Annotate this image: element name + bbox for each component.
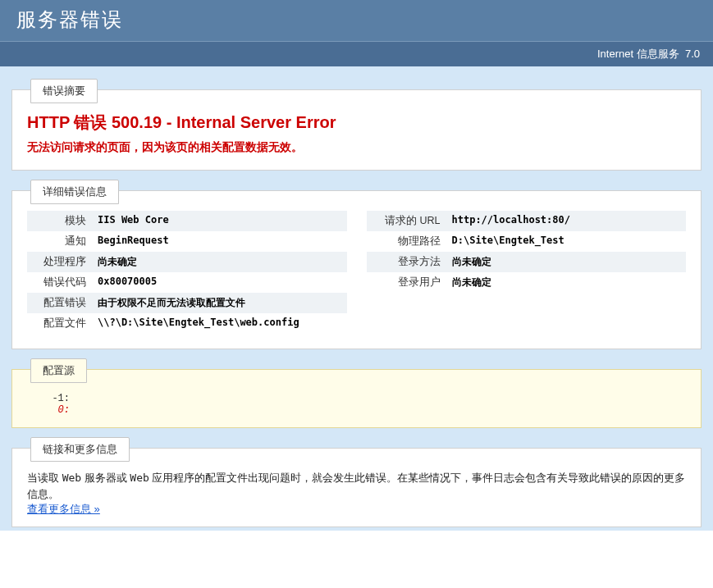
links-text: 当读取 Web 服务器或 Web 应用程序的配置文件出现问题时，就会发生此错误。… [27,470,686,502]
config-source-legend: 配置源 [30,358,87,383]
iis-version: 7.0 [685,48,700,60]
error-details-legend: 详细错误信息 [30,180,119,204]
detail-label: 登录用户 [367,272,447,293]
links-panel: 链接和更多信息 当读取 Web 服务器或 Web 应用程序的配置文件出现问题时，… [11,448,702,527]
error-details-panel: 详细错误信息 模块IIS Web Core 通知BeginRequest 处理程… [11,190,702,349]
detail-label: 模块 [27,211,93,231]
details-left-column: 模块IIS Web Core 通知BeginRequest 处理程序尚未确定 错… [27,211,347,334]
detail-value: BeginRequest [93,231,347,252]
table-row: 错误代码0x80070005 [27,272,347,293]
config-line: -1: [47,393,686,404]
details-right-column: 请求的 URLhttp://localhost:80/ 物理路径D:\Site\… [367,211,687,334]
page-subheader: Internet 信息服务 7.0 [0,41,713,66]
table-row: 登录方法尚未确定 [367,252,687,272]
error-summary-panel: 错误摘要 HTTP 错误 500.19 - Internal Server Er… [11,89,702,171]
config-source-panel: 配置源 -1: 0: [11,369,702,428]
detail-label: 登录方法 [367,252,447,272]
table-row: 配置文件\\?\D:\Site\Engtek_Test\web.config [27,313,347,334]
page-title: 服务器错误 [16,7,697,33]
table-row: 处理程序尚未确定 [27,252,347,272]
table-row: 模块IIS Web Core [27,211,347,231]
table-row: 登录用户尚未确定 [367,272,687,293]
detail-label: 通知 [27,231,93,252]
detail-value: 0x80070005 [93,272,347,293]
detail-value: 尚未确定 [93,252,347,272]
error-summary-legend: 错误摘要 [30,79,98,103]
table-row: 请求的 URLhttp://localhost:80/ [367,211,687,231]
error-title: HTTP 错误 500.19 - Internal Server Error [27,112,686,134]
detail-value: http://localhost:80/ [447,211,687,231]
detail-value: 尚未确定 [447,272,687,293]
table-row: 通知BeginRequest [27,231,347,252]
detail-label: 处理程序 [27,252,93,272]
links-legend: 链接和更多信息 [30,437,130,462]
table-row: 物理路径D:\Site\Engtek_Test [367,231,687,252]
detail-label: 错误代码 [27,272,93,293]
detail-value: 尚未确定 [447,252,687,272]
detail-label: 请求的 URL [367,211,447,231]
table-row: 配置错误由于权限不足而无法读取配置文件 [27,293,347,313]
detail-value: 由于权限不足而无法读取配置文件 [93,293,347,313]
detail-value: D:\Site\Engtek_Test [447,231,687,252]
config-line: 0: [47,404,686,416]
config-source-content: -1: 0: [27,393,686,416]
detail-value: IIS Web Core [93,211,347,231]
error-description: 无法访问请求的页面，因为该页的相关配置数据无效。 [27,140,686,155]
detail-value: \\?\D:\Site\Engtek_Test\web.config [93,313,347,334]
more-info-link[interactable]: 查看更多信息 » [27,503,100,515]
detail-label: 配置文件 [27,313,93,334]
page-header: 服务器错误 [0,0,713,41]
detail-label: 配置错误 [27,293,93,313]
detail-label: 物理路径 [367,231,447,252]
content-area: 错误摘要 HTTP 错误 500.19 - Internal Server Er… [0,66,713,531]
iis-label: Internet 信息服务 [597,48,679,60]
